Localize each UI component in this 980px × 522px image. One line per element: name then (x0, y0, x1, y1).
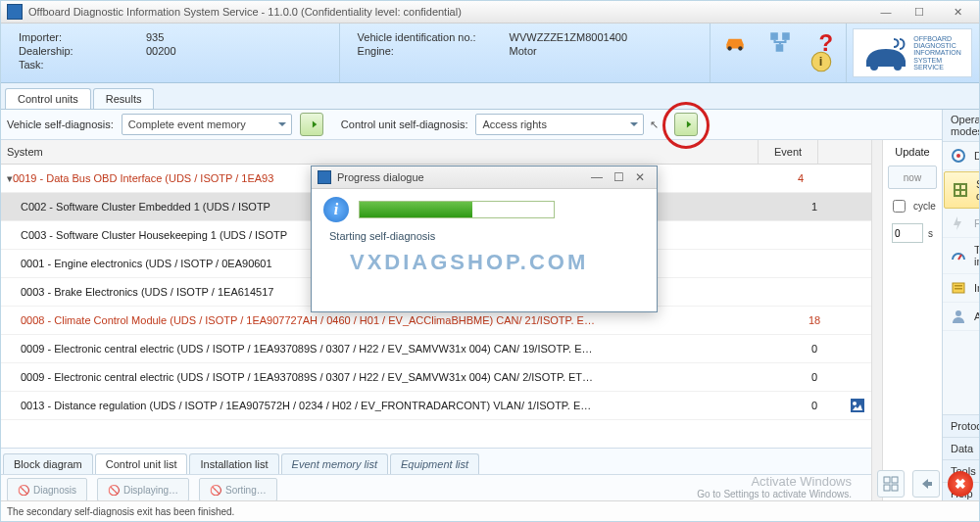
row-event-count: 0 (785, 400, 844, 411)
sidebar-item-test-instruments[interactable]: Test instruments (943, 238, 980, 274)
operating-modes-header[interactable]: Operating modes« (943, 110, 980, 142)
row-status-icon (844, 399, 871, 412)
table-row[interactable]: 0009 - Electronic central electric (UDS … (1, 335, 871, 363)
dialog-message: Starting self-diagnosis (329, 230, 645, 242)
dialog-title: Progress dialogue (337, 171, 424, 183)
svg-rect-3 (782, 32, 790, 40)
cu-selfdiag-dropdown[interactable]: Access rights (475, 114, 644, 135)
sidebar-item-diagnosis[interactable]: Diagnosis (943, 142, 980, 170)
cycle-unit: s (928, 228, 933, 239)
app-icon (7, 4, 23, 20)
vin-label: Vehicle identification no.: (358, 31, 510, 43)
svg-rect-20 (884, 477, 890, 483)
svg-point-1 (738, 46, 742, 50)
info-icon: i (323, 197, 349, 222)
header-bar: Importer:935 Dealership:00200 Task: Vehi… (1, 24, 979, 83)
btab-cu-list[interactable]: Control unit list (95, 453, 188, 474)
close-button[interactable]: ✕ (936, 1, 979, 23)
sidebar-section-data[interactable]: Data» (943, 437, 980, 459)
engine-value: Motor (510, 45, 537, 57)
corner-buttons: ✖ (877, 470, 973, 498)
bottom-tabstrip: Block diagram Control unit list Installa… (1, 448, 871, 475)
displaying-button[interactable]: 🚫Displaying… (97, 478, 189, 501)
cursor-icon: ↖ (650, 119, 659, 131)
sorting-button[interactable]: 🚫Sorting… (199, 478, 277, 501)
dialog-minimize-button[interactable]: — (586, 170, 608, 184)
update-header: Update (895, 146, 929, 158)
svg-rect-2 (770, 32, 778, 40)
cu-selfdiag-go-button[interactable] (674, 113, 698, 136)
row-system-text: 0013 - Distance regulation (UDS / ISOTP … (1, 400, 785, 411)
svg-point-9 (894, 63, 902, 71)
task-label: Task: (19, 59, 146, 71)
row-event-count: 1 (785, 201, 844, 213)
svg-rect-18 (955, 288, 962, 290)
btab-event-memory-list[interactable]: Event memory list (281, 453, 388, 474)
row-system-text: 0008 - Climate Control Module (UDS / ISO… (1, 314, 785, 326)
dealership-label: Dealership: (19, 45, 146, 57)
brand-panel: OFFBOARD DIAGNOSTIC INFORMATION SYSTEM S… (846, 24, 979, 82)
cycle-checkbox[interactable] (893, 200, 906, 213)
table-row[interactable]: 0009 - Electronic central electric (UDS … (1, 363, 871, 392)
svg-point-13 (956, 154, 960, 158)
btab-installation-list[interactable]: Installation list (189, 453, 278, 474)
cycle-value-input[interactable] (892, 223, 923, 243)
svg-text:i: i (819, 54, 823, 69)
row-system-text: 0009 - Electronic central electric (UDS … (1, 371, 785, 383)
vehicle-selfdiag-go-button[interactable] (300, 113, 323, 136)
filter-row: Vehicle self-diagnosis: Complete event m… (1, 110, 942, 140)
svg-rect-17 (955, 285, 962, 287)
sidebar-item-self-diagnosis[interactable]: Self-diagnosis (944, 171, 980, 209)
svg-point-8 (870, 63, 878, 71)
back-icon-button[interactable] (912, 470, 940, 498)
exit-button[interactable]: ✖ (948, 471, 973, 497)
network-icon[interactable] (767, 29, 793, 58)
brand-line: SERVICE (913, 64, 960, 71)
svg-point-0 (727, 46, 731, 50)
sidebar-section-protocol[interactable]: Protocol» (943, 414, 980, 437)
progress-dialog: Progress dialogue — ☐ ✕ i Starting self-… (311, 166, 658, 312)
engine-label: Engine: (358, 45, 510, 57)
tab-results[interactable]: Results (93, 88, 155, 109)
update-column: Update now cycle s (882, 140, 942, 504)
row-event-count: 0 (785, 343, 844, 355)
dialog-maximize-button[interactable]: ☐ (608, 170, 629, 184)
dialog-close-button[interactable]: ✕ (629, 170, 651, 184)
importer-label: Importer: (19, 31, 146, 43)
maximize-button[interactable]: ☐ (903, 1, 936, 23)
col-system[interactable]: System (1, 140, 759, 164)
tab-control-units[interactable]: Control units (5, 88, 91, 109)
vehicle-selfdiag-dropdown[interactable]: Complete event memory (122, 114, 292, 135)
vertical-scrollbar[interactable] (871, 140, 882, 504)
sidebar-item-flashing[interactable]: Flashing (943, 210, 980, 238)
svg-rect-21 (892, 477, 898, 483)
brand-line: SYSTEM (913, 57, 960, 64)
progress-bar (359, 201, 555, 218)
svg-rect-23 (892, 485, 898, 491)
layout-icon-button[interactable] (877, 470, 905, 498)
diagnosis-button[interactable]: 🚫Diagnosis (7, 478, 87, 501)
minimize-button[interactable]: — (869, 1, 903, 23)
sidebar: Operating modes« Diagnosis Self-diagnosi… (943, 110, 980, 504)
brand-line: INFORMATION (913, 49, 960, 56)
update-now-button[interactable]: now (888, 166, 937, 189)
svg-line-15 (958, 255, 961, 260)
sidebar-item-admin[interactable]: Admin (943, 303, 980, 331)
info-globe-icon[interactable]: i (808, 49, 834, 77)
row-system-text: 0009 - Electronic central electric (UDS … (1, 343, 785, 355)
importer-value: 935 (146, 31, 164, 43)
main-tabstrip: Control units Results (1, 83, 979, 110)
btab-equipment-list[interactable]: Equipment list (390, 453, 479, 474)
row-event-count: 4 (771, 172, 830, 184)
svg-point-11 (853, 402, 857, 405)
btab-block-diagram[interactable]: Block diagram (3, 453, 93, 474)
vehicle-icon[interactable] (722, 29, 748, 58)
col-event[interactable]: Event (759, 140, 818, 164)
sidebar-item-info[interactable]: Info (943, 274, 980, 303)
table-row[interactable]: 0013 - Distance regulation (UDS / ISOTP … (1, 392, 871, 420)
brand-line: DIAGNOSTIC (913, 42, 960, 49)
status-bar: The secondary self-diagnosis exit has be… (1, 500, 979, 521)
svg-point-19 (956, 310, 961, 316)
row-event-count: 0 (785, 371, 844, 383)
row-event-count: 18 (785, 314, 844, 326)
